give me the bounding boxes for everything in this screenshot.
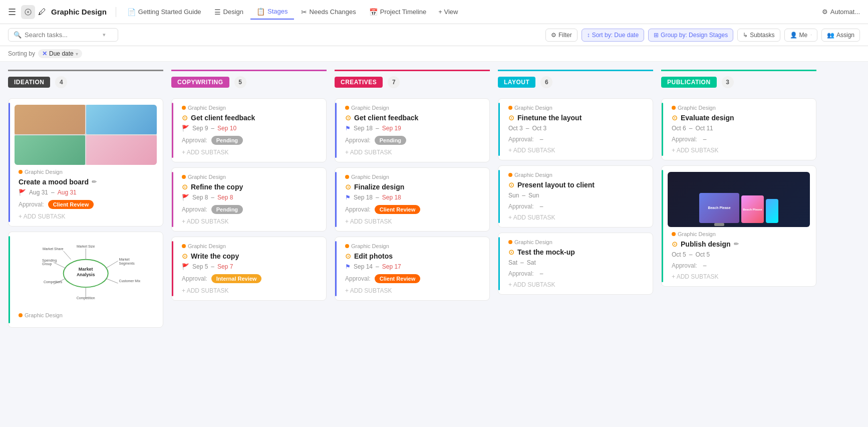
market-analysis-image: Market Analysis Market Size Market Segme… <box>15 238 157 308</box>
task-status-icon: ⊙ <box>182 183 188 191</box>
card-title: ⊙ Edit photos <box>341 252 483 260</box>
add-subtask-button[interactable]: + ADD SUBTASK <box>15 213 157 220</box>
column-creatives: CREATIVES 7 Graphic Design ⊙ Get client … <box>335 70 490 415</box>
filter-button[interactable]: ⚙ Filter <box>545 29 577 42</box>
card-market-analysis[interactable]: Market Analysis Market Size Market Segme… <box>8 232 163 328</box>
add-subtask-button[interactable]: + ADD SUBTASK <box>504 281 647 288</box>
card-left-bar <box>335 241 337 296</box>
card-title: ⊙ Write the copy <box>178 252 320 260</box>
project-dot <box>182 244 186 248</box>
hamburger-menu[interactable]: ☰ <box>8 7 16 18</box>
card-left-bar <box>335 103 337 158</box>
card-approval: Approval: – <box>504 203 647 210</box>
project-logo-icon <box>21 5 35 19</box>
column-count-copywriting: 5 <box>234 76 246 88</box>
task-status-icon: ⊙ <box>345 183 351 191</box>
card-edit-photos[interactable]: Graphic Design ⊙ Edit photos ⚑ Sep 14 – … <box>335 237 490 301</box>
sort-icon: ↕ <box>587 32 590 39</box>
list-icon: ☰ <box>214 8 221 16</box>
card-approval: Approval: – <box>504 270 647 277</box>
card-project: Graphic Design <box>178 105 320 111</box>
svg-text:Segments: Segments <box>119 261 135 265</box>
add-subtask-button[interactable]: + ADD SUBTASK <box>341 218 483 225</box>
task-status-icon: ⊙ <box>672 114 678 122</box>
add-subtask-button[interactable]: + ADD SUBTASK <box>178 218 320 225</box>
group-button[interactable]: ⊞ Group by: Design Stages <box>648 29 733 42</box>
approval-badge: Client Review <box>375 274 421 283</box>
card-left-bar <box>335 172 337 227</box>
card-approval: Approval: Pending <box>178 205 320 214</box>
card-test-mockup[interactable]: Graphic Design ⊙ Test the mock-up Sat – … <box>498 233 653 295</box>
card-project-label: Graphic Design <box>15 169 157 175</box>
task-status-icon: ⊙ <box>345 252 351 260</box>
project-dot <box>182 106 186 110</box>
subtasks-button[interactable]: ↳ Subtasks <box>737 29 780 42</box>
card-project-label-2: Graphic Design <box>15 312 157 318</box>
edit-icon[interactable]: ✏ <box>734 241 739 248</box>
svg-text:Customer Mix: Customer Mix <box>119 279 140 283</box>
card-refine-copy[interactable]: Graphic Design ⊙ Refine the copy 🚩 Sep 8… <box>171 167 327 232</box>
tab-getting-started[interactable]: 📄 Getting Started Guide <box>121 5 207 19</box>
card-dates: ⚑ Sep 18 – Sep 18 <box>341 194 483 201</box>
svg-text:Competition: Competition <box>77 296 95 300</box>
add-view-button[interactable]: + View <box>433 5 463 19</box>
card-create-mood-board[interactable]: Graphic Design Create a mood board ✏ 🚩 A… <box>8 98 163 227</box>
subtasks-icon: ↳ <box>743 32 748 39</box>
add-subtask-button[interactable]: + ADD SUBTASK <box>341 287 483 294</box>
me-button[interactable]: 👤 Me · <box>784 29 817 42</box>
card-copy-get-feedback[interactable]: Graphic Design ⊙ Get client feedback 🚩 S… <box>171 98 327 162</box>
calendar-icon: 📅 <box>369 8 378 16</box>
card-finetune-layout[interactable]: Graphic Design ⊙ Finetune the layout Oct… <box>498 98 653 160</box>
task-status-icon: ⊙ <box>345 114 351 122</box>
card-left-bar-2 <box>9 236 10 323</box>
mood-board-image <box>15 105 157 165</box>
tab-needs-changes[interactable]: ✂ Needs Changes <box>295 5 362 19</box>
card-dates: Oct 6 – Oct 11 <box>668 125 810 132</box>
add-subtask-button[interactable]: + ADD SUBTASK <box>178 287 320 294</box>
card-left-bar <box>172 241 173 296</box>
card-left-bar <box>172 103 173 158</box>
search-input[interactable] <box>25 31 100 39</box>
add-subtask-button[interactable]: + ADD SUBTASK <box>668 147 810 154</box>
card-finalize-design[interactable]: Graphic Design ⊙ Finalize design ⚑ Sep 1… <box>335 167 490 232</box>
svg-text:Market: Market <box>119 257 129 261</box>
search-box[interactable]: 🔍 ▾ <box>8 28 118 42</box>
mood-img-3 <box>15 135 85 165</box>
card-publish-design[interactable]: Beach Please Beach Please Graphic Design… <box>661 165 816 287</box>
add-subtask-button[interactable]: + ADD SUBTASK <box>504 214 647 221</box>
column-header-layout: LAYOUT 6 <box>498 70 653 92</box>
automate-button[interactable]: ⚙ Automat... <box>822 8 860 16</box>
card-approval: Approval: Client Review <box>15 200 157 209</box>
card-creatives-get-feedback[interactable]: Graphic Design ⊙ Get client feedback ⚑ S… <box>335 98 490 162</box>
remove-sort-icon[interactable]: ✕ <box>42 50 47 57</box>
project-dot-icon <box>19 170 23 174</box>
stages-icon: 📋 <box>256 8 265 16</box>
scissors-icon: ✂ <box>301 8 307 16</box>
add-subtask-button[interactable]: + ADD SUBTASK <box>341 149 483 156</box>
svg-line-19 <box>63 251 71 259</box>
add-subtask-button[interactable]: + ADD SUBTASK <box>504 147 647 154</box>
sort-chip[interactable]: ✕ Due date ▾ <box>38 49 82 58</box>
project-title: Graphic Design <box>51 8 107 16</box>
add-subtask-button[interactable]: + ADD SUBTASK <box>178 149 320 156</box>
chevron-down-icon: ▾ <box>103 32 106 38</box>
edit-icon[interactable]: ✏ <box>92 178 97 185</box>
phone-icon <box>766 199 778 223</box>
tab-project-timeline[interactable]: 📅 Project Timeline <box>363 5 432 19</box>
approval-badge: Pending <box>211 205 243 214</box>
assign-button[interactable]: 👥 Assign <box>821 29 860 42</box>
card-approval: Approval: Client Review <box>341 274 483 283</box>
column-badge-layout: LAYOUT <box>498 77 535 88</box>
card-title: ⊙ Evaluate design <box>668 114 810 122</box>
card-evaluate-design[interactable]: Graphic Design ⊙ Evaluate design Oct 6 –… <box>661 98 816 160</box>
card-present-layout[interactable]: Graphic Design ⊙ Present layout to clien… <box>498 165 653 228</box>
sort-button[interactable]: ↕ Sort by: Due date <box>582 29 644 42</box>
project-dot-icon-2 <box>19 313 23 317</box>
card-write-copy[interactable]: Graphic Design ⊙ Write the copy 🚩 Sep 5 … <box>171 237 327 301</box>
approval-badge: Pending <box>375 136 406 145</box>
add-subtask-button[interactable]: + ADD SUBTASK <box>668 273 810 280</box>
filter-icon: ⚙ <box>551 32 556 39</box>
tab-design[interactable]: ☰ Design <box>208 5 249 19</box>
card-project: Graphic Design <box>341 174 483 180</box>
tab-stages[interactable]: 📋 Stages <box>250 5 294 20</box>
